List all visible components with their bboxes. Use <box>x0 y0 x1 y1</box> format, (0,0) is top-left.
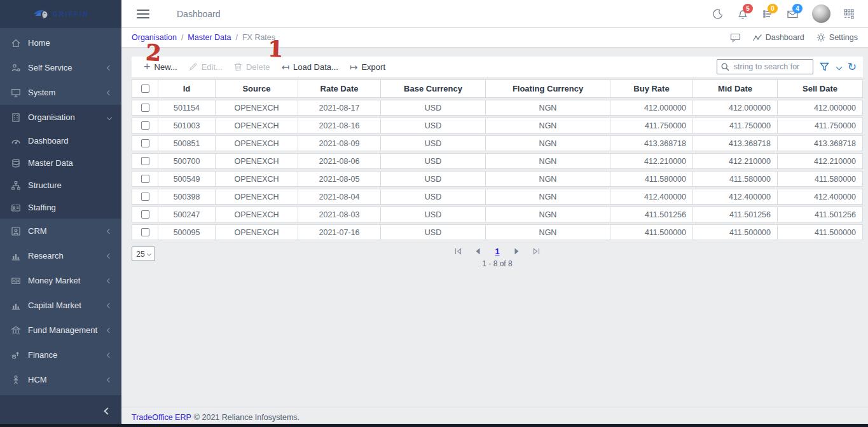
sidebar-item-capital-market[interactable]: Capital Market <box>0 293 121 318</box>
cell-sell-date: 411.500000 <box>778 225 862 240</box>
row-checkbox[interactable] <box>141 193 149 201</box>
settings-quicklink[interactable]: Settings <box>816 32 858 43</box>
row-checkbox[interactable] <box>141 228 149 236</box>
column-header-rate-date[interactable]: Rate Date <box>298 80 381 97</box>
table-row[interactable]: 501154OPENEXCH2021-08-17USDNGN412.000000… <box>132 100 863 116</box>
speedometer-icon <box>11 136 21 146</box>
checkbox-cell <box>132 154 158 168</box>
sidebar-item-hcm[interactable]: HCM <box>0 367 121 392</box>
chevron-down-icon <box>107 114 112 119</box>
prev-page-button[interactable] <box>474 247 482 255</box>
cell-base-currency: USD <box>381 118 486 133</box>
apps-grid-icon[interactable] <box>844 9 854 19</box>
table-row[interactable]: 500095OPENEXCH2021-07-16USDNGN411.500000… <box>132 224 863 240</box>
table-row[interactable]: 500398OPENEXCH2021-08-04USDNGN412.400000… <box>132 189 863 205</box>
cell-floating-currency: NGN <box>486 136 610 151</box>
first-page-button[interactable] <box>454 247 462 255</box>
brand-name: GRIFFIN <box>53 11 90 18</box>
sidebar-item-master-data[interactable]: Master Data <box>0 152 121 174</box>
user-avatar[interactable] <box>812 4 830 23</box>
cell-source: OPENEXCH <box>216 154 298 168</box>
dark-mode-moon-icon[interactable] <box>712 8 724 20</box>
breadcrumb-separator: / <box>235 33 237 42</box>
new-button[interactable]: + New... <box>138 57 183 77</box>
sidebar-item-crm[interactable]: CRM <box>0 219 121 243</box>
table-row[interactable]: 501003OPENEXCH2021-08-16USDNGN411.750000… <box>132 118 863 133</box>
sidebar-item-research[interactable]: Research <box>0 243 121 268</box>
page-number-1[interactable]: 1 <box>493 247 500 256</box>
sidebar-item-staffing[interactable]: Staffing <box>0 196 121 219</box>
cell-id: 500095 <box>158 225 216 240</box>
chevron-left-icon <box>107 352 112 357</box>
column-header-id[interactable]: Id <box>158 80 216 97</box>
column-header-source[interactable]: Source <box>216 80 298 97</box>
sidebar-item-finance[interactable]: Finance <box>0 342 121 367</box>
building-icon <box>11 112 21 123</box>
row-checkbox[interactable] <box>141 139 149 147</box>
cell-mid-date: 411.750000 <box>693 118 778 133</box>
sidebar-item-label: Home <box>28 38 111 48</box>
checkbox-cell <box>132 136 158 151</box>
search-input[interactable] <box>717 59 813 74</box>
tasks-list-icon[interactable]: 0 <box>762 8 773 20</box>
sidebar-item-structure[interactable]: Structure <box>0 174 121 196</box>
sidebar-item-organisation[interactable]: Organisation <box>0 105 121 130</box>
cell-sell-date: 412.400000 <box>778 189 862 204</box>
delete-button[interactable]: Delete <box>228 57 276 77</box>
breadcrumb-organisation[interactable]: Organisation <box>132 33 177 42</box>
sidebar-item-label: CRM <box>28 226 107 236</box>
row-checkbox[interactable] <box>141 175 149 183</box>
select-all-checkbox[interactable] <box>141 85 149 93</box>
table-row[interactable]: 500549OPENEXCH2021-08-05USDNGN411.580000… <box>132 171 863 187</box>
column-header-floating-currency[interactable]: Floating Currency <box>486 80 610 97</box>
table-row[interactable]: 500700OPENEXCH2021-08-06USDNGN412.210000… <box>132 153 863 169</box>
sidebar-collapse-button[interactable] <box>0 395 121 427</box>
sidebar-item-fund-management[interactable]: Fund Management <box>0 318 121 342</box>
column-header-base-currency[interactable]: Base Currency <box>381 80 486 97</box>
cell-source: OPENEXCH <box>216 100 298 115</box>
column-header-sell-date[interactable]: Sell Date <box>778 80 862 97</box>
cell-source: OPENEXCH <box>216 225 298 240</box>
cell-id: 500398 <box>158 189 216 204</box>
refresh-icon[interactable]: ↻ <box>848 62 857 72</box>
sidebar-item-self-service[interactable]: Self Service <box>0 55 121 80</box>
checkbox-cell <box>132 100 158 115</box>
breadcrumb-master-data[interactable]: Master Data <box>188 33 231 42</box>
last-page-button[interactable] <box>532 247 541 255</box>
column-header-buy-rate[interactable]: Buy Rate <box>610 80 693 97</box>
cell-base-currency: USD <box>381 154 486 168</box>
row-checkbox[interactable] <box>141 210 149 219</box>
row-checkbox[interactable] <box>141 157 149 165</box>
sidebar-item-money-market[interactable]: Money Market <box>0 268 121 293</box>
breadcrumb-separator: / <box>181 33 183 42</box>
table-row[interactable]: 500851OPENEXCH2021-08-09USDNGN413.368718… <box>132 135 863 151</box>
cell-rate-date: 2021-08-17 <box>298 100 381 115</box>
sidebar-item-dashboard[interactable]: Dashboard <box>0 130 121 152</box>
row-checkbox[interactable] <box>141 104 149 112</box>
table-row[interactable]: 500247OPENEXCH2021-08-03USDNGN411.501256… <box>132 207 863 222</box>
chat-bubble-icon[interactable] <box>730 32 741 43</box>
cell-mid-date: 412.400000 <box>693 189 778 204</box>
export-button[interactable]: ↦ Export <box>344 57 391 77</box>
sidebar-item-label: Organisation <box>28 112 107 122</box>
dashboard-quicklink[interactable]: Dashboard <box>752 33 804 43</box>
edit-button[interactable]: Edit... <box>183 57 228 77</box>
menu-toggle-icon[interactable] <box>137 10 149 18</box>
trash-icon <box>234 62 242 71</box>
column-header-mid-date[interactable]: Mid Date <box>693 80 778 97</box>
cell-sell-date: 411.750000 <box>778 118 862 133</box>
arrow-to-bar-icon: ↦ <box>350 62 358 72</box>
next-page-button[interactable] <box>513 247 521 255</box>
row-checkbox[interactable] <box>141 121 149 130</box>
sidebar-item-home[interactable]: Home <box>0 30 121 55</box>
filter-chevron-icon[interactable] <box>836 64 842 70</box>
messages-envelope-icon[interactable]: 4 <box>787 8 799 20</box>
notifications-bell-icon[interactable]: 5 <box>737 8 748 20</box>
footer-brand-link[interactable]: TradeOffice ERP <box>132 413 191 422</box>
pagination: 25 1 <box>132 247 863 261</box>
filter-funnel-icon[interactable] <box>820 62 829 71</box>
coins-icon <box>11 350 21 360</box>
sidebar-item-system[interactable]: System <box>0 80 121 105</box>
load-data-button[interactable]: ↤ Load Data... <box>275 57 343 77</box>
cell-buy-rate: 411.750000 <box>610 118 693 133</box>
